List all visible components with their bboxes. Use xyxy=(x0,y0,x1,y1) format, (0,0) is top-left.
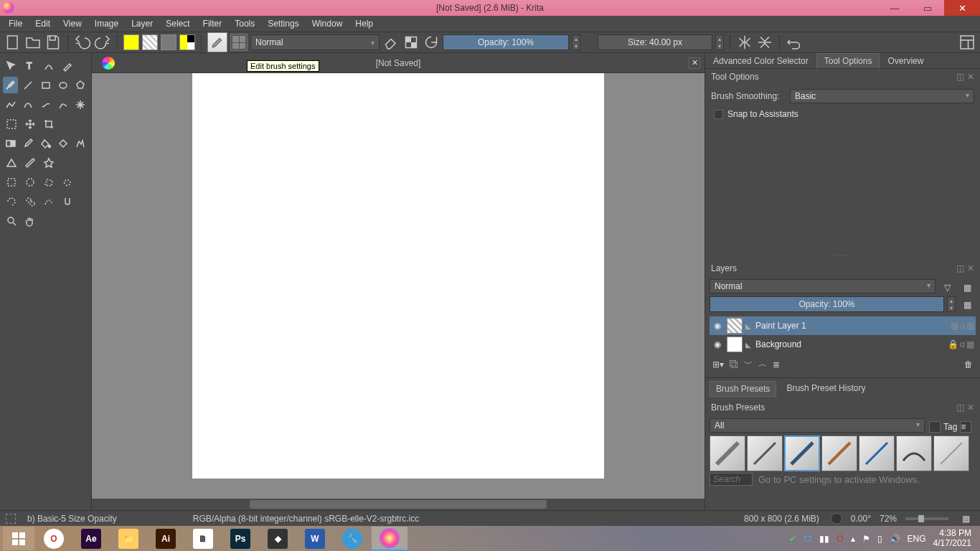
menu-settings[interactable]: Settings xyxy=(262,17,304,30)
layer-name[interactable]: Background xyxy=(755,339,945,349)
tray-wifi-icon[interactable]: ▮▮ xyxy=(819,534,829,544)
eraser-mode-button[interactable] xyxy=(382,34,400,51)
document-tab-name[interactable]: [Not Saved] xyxy=(376,58,421,68)
layer-prop-icon[interactable]: ▦ xyxy=(951,321,958,331)
tool-rect-select[interactable] xyxy=(3,174,19,190)
tab-tool-options[interactable]: Tool Options xyxy=(816,53,880,68)
taskbar-app-after-effects[interactable]: Ae xyxy=(73,527,109,550)
tab-brush-presets[interactable]: Brush Presets xyxy=(710,381,776,397)
layer-filter-button[interactable]: ▽ xyxy=(938,279,956,296)
tool-move[interactable] xyxy=(3,116,19,132)
tray-check-icon[interactable]: ✔ xyxy=(789,534,796,544)
visibility-icon[interactable]: ◉ xyxy=(711,321,724,331)
taskbar-app-notepad[interactable]: 🗎 xyxy=(185,527,221,550)
gradient-swatch[interactable] xyxy=(142,34,158,50)
brush-preset-item[interactable] xyxy=(933,435,969,471)
tag-toggle-button[interactable] xyxy=(929,421,941,433)
close-panel-icon[interactable]: ✕ xyxy=(967,72,974,82)
menu-view[interactable]: View xyxy=(57,17,88,30)
layer-properties-button[interactable]: ≣ xyxy=(773,359,780,369)
save-file-button[interactable] xyxy=(44,34,62,51)
brush-preset-item[interactable] xyxy=(710,435,745,471)
tool-transform[interactable] xyxy=(3,57,19,74)
tool-dynamic-brush[interactable] xyxy=(55,96,70,113)
layer-name[interactable]: Paint Layer 1 xyxy=(755,321,948,331)
opacity-spinner[interactable]: ▲▼ xyxy=(572,34,580,50)
delete-layer-button[interactable]: 🗑 xyxy=(964,359,973,369)
menu-file[interactable]: File xyxy=(3,17,28,30)
preset-search-input[interactable] xyxy=(710,473,753,486)
brush-preset-button[interactable] xyxy=(207,32,227,52)
start-button[interactable] xyxy=(3,527,34,550)
tab-advanced-color-selector[interactable]: Advanced Color Selector xyxy=(705,53,816,68)
tool-pattern-edit[interactable] xyxy=(55,135,70,151)
tray-clock[interactable]: 4:38 PM 4/17/2021 xyxy=(933,529,971,547)
tray-volume-icon[interactable]: 🔊 xyxy=(890,534,900,544)
taskbar-app-opera[interactable]: O xyxy=(36,527,72,550)
alpha-icon[interactable]: α xyxy=(960,339,965,349)
maximize-button[interactable]: ▭ xyxy=(911,0,944,16)
tool-transform-free[interactable] xyxy=(22,116,38,132)
tab-brush-preset-history[interactable]: Brush Preset History xyxy=(781,381,871,397)
brush-preset-item[interactable] xyxy=(784,435,820,471)
menu-window[interactable]: Window xyxy=(306,17,349,30)
tray-shield-icon[interactable]: 🛡 xyxy=(804,534,812,544)
tag-menu-button[interactable]: ≡ xyxy=(960,421,971,433)
mirror-horizontal-button[interactable] xyxy=(736,34,753,51)
tool-contiguous-select[interactable] xyxy=(3,193,19,209)
taskbar-app-settings[interactable]: 🔧 xyxy=(334,527,370,550)
tool-fill[interactable] xyxy=(38,135,53,151)
selection-mode-icon[interactable] xyxy=(6,514,16,524)
brush-smoothing-dropdown[interactable]: Basic xyxy=(790,89,974,103)
tool-rectangle[interactable] xyxy=(38,77,53,93)
redo-button[interactable] xyxy=(94,34,111,51)
tool-text[interactable]: T xyxy=(22,57,38,74)
visibility-icon[interactable]: ◉ xyxy=(711,339,724,349)
tool-ellipse[interactable] xyxy=(55,77,70,93)
open-file-button[interactable] xyxy=(24,34,42,51)
tool-line[interactable] xyxy=(20,77,35,93)
layer-opacity-slider[interactable]: Opacity: 100% xyxy=(710,296,944,312)
opacity-slider[interactable]: Opacity: 100% xyxy=(443,34,569,50)
tool-ellipse-select[interactable] xyxy=(22,174,38,190)
canvas[interactable] xyxy=(192,73,604,479)
taskbar-app-explorer[interactable]: 📁 xyxy=(110,527,146,550)
tool-freehand-brush[interactable] xyxy=(3,77,18,93)
layer-prop2-icon[interactable]: ▦ xyxy=(966,321,974,331)
float-panel-icon[interactable]: ◫ xyxy=(956,402,964,413)
menu-edit[interactable]: Edit xyxy=(29,17,56,30)
brush-size-slider[interactable]: Size: 40.00 px xyxy=(598,34,712,50)
minimize-button[interactable]: — xyxy=(878,0,911,16)
undo-button[interactable] xyxy=(74,34,91,51)
new-file-button[interactable] xyxy=(4,34,22,51)
duplicate-layer-button[interactable]: ⿻ xyxy=(730,359,738,369)
brush-preset-item[interactable] xyxy=(896,435,932,471)
menu-filter[interactable]: Filter xyxy=(197,17,228,30)
tool-color-picker[interactable] xyxy=(20,135,35,151)
brush-settings-button[interactable] xyxy=(230,34,248,51)
tool-smart-fill[interactable] xyxy=(73,135,88,151)
add-layer-button[interactable]: ⊞▾ xyxy=(712,359,724,369)
taskbar-app-word[interactable]: W xyxy=(297,527,333,550)
alpha-lock-button[interactable] xyxy=(402,34,420,51)
tool-bezier[interactable] xyxy=(20,96,35,113)
layer-item[interactable]: ◉ ◣ Background 🔒α▦ xyxy=(710,335,976,354)
mirror-vertical-button[interactable] xyxy=(756,34,773,51)
tool-polygon[interactable] xyxy=(73,77,88,93)
taskbar-app-inkscape[interactable]: ◆ xyxy=(260,527,296,550)
menu-layer[interactable]: Layer xyxy=(126,17,159,30)
close-panel-icon[interactable]: ✕ xyxy=(967,263,974,273)
tool-gradient[interactable] xyxy=(3,135,18,151)
tray-battery-icon[interactable]: ▯ xyxy=(877,534,882,544)
tool-similar-select[interactable] xyxy=(22,193,38,209)
menu-select[interactable]: Select xyxy=(160,17,195,30)
close-panel-icon[interactable]: ✕ xyxy=(967,402,974,413)
move-layer-up-button[interactable]: ︿ xyxy=(758,358,767,370)
tool-polyline[interactable] xyxy=(3,96,18,113)
tray-chevron-icon[interactable]: ▴ xyxy=(851,534,855,544)
tool-assistant[interactable] xyxy=(3,154,19,171)
blend-mode-dropdown[interactable]: Normal xyxy=(250,34,380,50)
tool-freehand-path[interactable] xyxy=(38,96,53,113)
panel-resize-handle[interactable]: ······ xyxy=(705,250,980,260)
tool-calligraphy[interactable] xyxy=(59,57,75,74)
